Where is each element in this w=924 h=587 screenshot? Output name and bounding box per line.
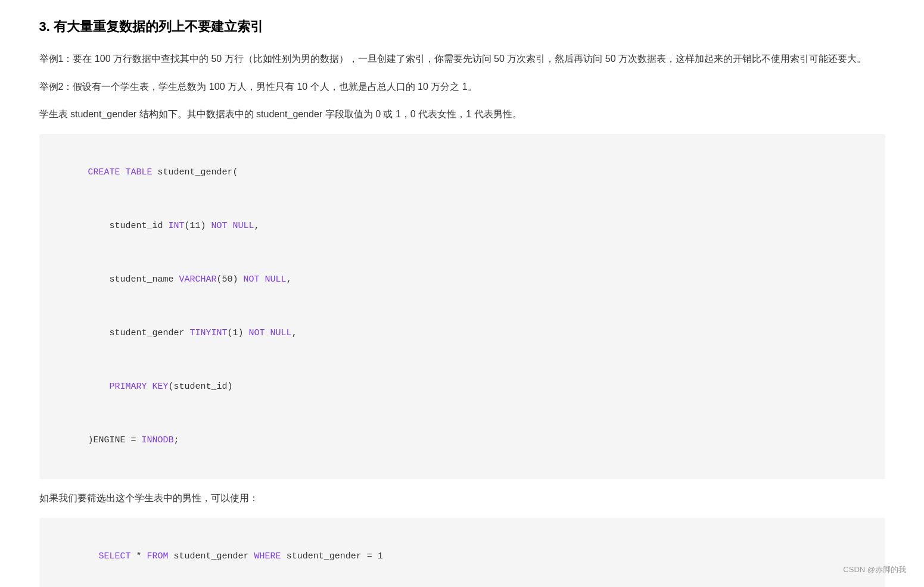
code-block-select: SELECT * FROM student_gender WHERE stude… — [39, 518, 885, 587]
code-line-6: )ENGINE = INNODB; — [56, 414, 869, 467]
section-title: 3. 有大量重复数据的列上不要建立索引 — [39, 18, 885, 36]
code-line-5: PRIMARY KEY(student_id) — [56, 360, 869, 414]
paragraph-3: 学生表 student_gender 结构如下。其中数据表中的 student_… — [39, 106, 885, 123]
code-line-2: student_id INT(11) NOT NULL, — [56, 199, 869, 253]
code-line-1: CREATE TABLE student_gender( — [56, 146, 869, 199]
code-line-4: student_gender TINYINT(1) NOT NULL, — [56, 307, 869, 360]
paragraph-1: 举例1：要在 100 万行数据中查找其中的 50 万行（比如性别为男的数据），一… — [39, 51, 885, 68]
paragraph-after-code1: 如果我们要筛选出这个学生表中的男性，可以使用： — [39, 490, 885, 507]
section-heading: 有大量重复数据的列上不要建立索引 — [54, 19, 263, 34]
watermark: CSDN @赤脚的我 — [843, 564, 906, 575]
section-number: 3. — [39, 19, 50, 34]
paragraph-2: 举例2：假设有一个学生表，学生总数为 100 万人，男性只有 10 个人，也就是… — [39, 79, 885, 96]
code-line-3: student_name VARCHAR(50) NOT NULL, — [56, 253, 869, 307]
code-line-select: SELECT * FROM student_gender WHERE stude… — [56, 530, 869, 583]
code-block-create-table: CREATE TABLE student_gender( student_id … — [39, 134, 885, 479]
page-container: 3. 有大量重复数据的列上不要建立索引 举例1：要在 100 万行数据中查找其中… — [39, 18, 885, 587]
